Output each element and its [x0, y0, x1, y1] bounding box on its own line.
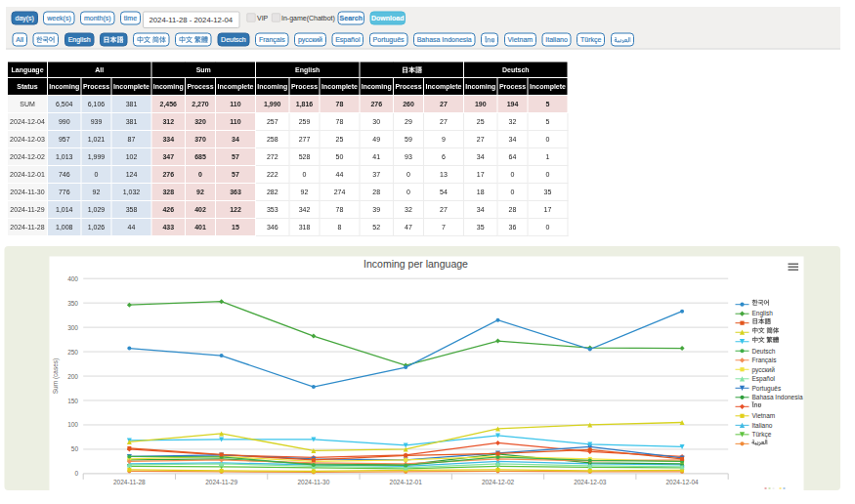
svg-text:Deutsch: Deutsch: [752, 348, 776, 355]
svg-text:100: 100: [67, 421, 78, 428]
svg-text:Vietnam: Vietnam: [752, 412, 776, 419]
svg-text:English: English: [752, 310, 774, 317]
svg-text:Português: Português: [752, 385, 782, 393]
svg-text:Bahasa Indonesia: Bahasa Indonesia: [752, 394, 803, 400]
svg-text:2024-11-30: 2024-11-30: [298, 479, 330, 485]
svg-text:50: 50: [71, 445, 79, 452]
svg-text:2024-12-01: 2024-12-01: [390, 479, 423, 485]
svg-text:2024-12-04: 2024-12-04: [665, 479, 699, 485]
svg-text:2024-12-02: 2024-12-02: [482, 479, 515, 485]
svg-text:200: 200: [67, 373, 78, 380]
svg-text:Incoming per language: Incoming per language: [363, 258, 468, 270]
svg-text:Sum (cases): Sum (cases): [52, 358, 60, 394]
svg-text:русский: русский: [752, 366, 776, 374]
svg-text:Français: Français: [752, 357, 778, 364]
svg-text:2024-11-28: 2024-11-28: [113, 479, 146, 485]
svg-text:350: 350: [67, 300, 78, 307]
svg-text:0: 0: [74, 470, 78, 477]
svg-text:150: 150: [67, 398, 78, 404]
svg-text:Türkçe: Türkçe: [752, 431, 772, 439]
svg-text:2024-12-03: 2024-12-03: [574, 479, 607, 485]
svg-text:Italiano: Italiano: [752, 422, 773, 429]
svg-text:400: 400: [67, 275, 78, 282]
svg-text:Español: Español: [752, 375, 776, 383]
svg-text:2024-11-29: 2024-11-29: [205, 479, 237, 485]
svg-text:300: 300: [67, 324, 78, 331]
svg-text:250: 250: [67, 349, 78, 356]
